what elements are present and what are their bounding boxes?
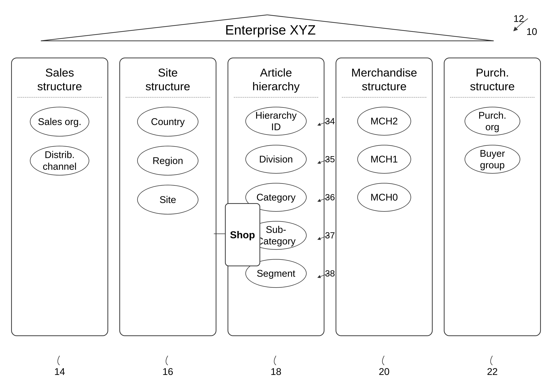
mch2-ellipse: MCH2 (357, 107, 411, 136)
division-row: Division 35 (234, 145, 318, 174)
ref-22-label: 22 (487, 366, 498, 377)
merch-divider (342, 97, 426, 98)
ref-14-bottom: 14 (11, 355, 108, 377)
column-sales-structure: Salesstructure Sales org. Distrib.channe… (11, 57, 108, 336)
ref-18-label: 18 (271, 366, 281, 377)
ref-20-curve (377, 355, 392, 366)
ref-18-curve (269, 355, 283, 366)
article-divider (234, 97, 318, 98)
country-ellipse: Country (137, 107, 198, 136)
ref-18-bottom: 18 (228, 355, 325, 377)
column-site-structure: Sitestructure Country Region Site Shop (119, 57, 216, 336)
columns-row: Salesstructure Sales org. Distrib.channe… (11, 57, 541, 359)
ref-14-label: 14 (54, 366, 65, 377)
site-divider (126, 97, 210, 98)
buyer-group-ellipse: Buyergroup (465, 145, 520, 174)
ref-22-bottom: 22 (444, 355, 541, 377)
enterprise-label: Enterprise XYZ (225, 22, 316, 37)
sales-org-ellipse: Sales org. (30, 107, 89, 136)
ref-20-label: 20 (379, 366, 390, 377)
distrib-channel-ellipse: Distrib.channel (30, 146, 89, 175)
shop-label: Shop (230, 229, 255, 240)
ref-36-arrow (318, 197, 333, 205)
ref-16-label: 16 (162, 366, 173, 377)
mch0-ellipse: MCH0 (357, 183, 411, 212)
shop-box: Shop (225, 203, 260, 266)
site-structure-title: Sitestructure (126, 66, 210, 93)
purch-org-ellipse: Purch.org (465, 107, 520, 136)
diagram-container: 10 12 Enterprise XYZ Salesstructure (11, 11, 541, 381)
site-ellipse: Site (137, 185, 198, 215)
ref-37-arrow (318, 235, 333, 243)
mch1-ellipse: MCH1 (357, 145, 411, 174)
hierarchy-id-row: HierarchyID 34 (234, 107, 318, 136)
merch-structure-title: Merchandisestructure (342, 66, 426, 93)
ref-16-curve (160, 355, 175, 366)
column-article-hierarchy: Articlehierarchy HierarchyID 34 Division (228, 57, 325, 336)
ref-14-curve (52, 355, 67, 366)
purch-divider (450, 97, 535, 98)
sales-divider (17, 97, 102, 98)
ref-22-curve (485, 355, 500, 366)
sales-structure-title: Salesstructure (17, 66, 102, 93)
ref-35-arrow (318, 159, 333, 167)
column-merch-structure: Merchandisestructure MCH2 MCH1 MCH0 (336, 57, 433, 336)
column-purch-structure: Purch.structure Purch.org Buyergroup (444, 57, 541, 336)
purch-structure-title: Purch.structure (450, 66, 535, 93)
hierarchy-id-ellipse: HierarchyID (245, 107, 307, 136)
ref-20-bottom: 20 (336, 355, 433, 377)
enterprise-section: 12 Enterprise XYZ (22, 11, 519, 52)
article-hierarchy-title: Articlehierarchy (234, 66, 318, 93)
bottom-refs: 14 16 18 20 22 (11, 355, 541, 377)
ref-34-arrow (318, 121, 333, 128)
division-ellipse: Division (245, 145, 307, 174)
region-ellipse: Region (137, 146, 198, 175)
ref-38-arrow (318, 273, 333, 281)
ref-16-bottom: 16 (119, 355, 216, 377)
